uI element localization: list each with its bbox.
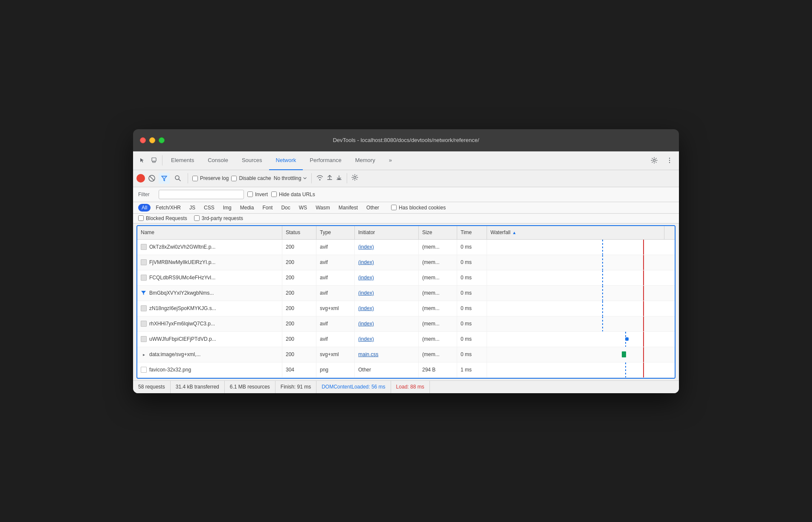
type-filter-all[interactable]: All [138, 204, 151, 212]
content-type: avif [320, 275, 328, 281]
svg-point-2 [653, 160, 655, 162]
content-type: avif [320, 336, 328, 342]
th-time[interactable]: Time [457, 226, 487, 239]
record-button[interactable] [136, 174, 145, 183]
request-name: favicon-32x32.png [149, 367, 191, 373]
type-filter-css[interactable]: CSS [200, 204, 218, 212]
third-party-checkbox[interactable] [194, 215, 200, 221]
th-type[interactable]: Type [316, 226, 355, 239]
status-code: 200 [286, 275, 294, 281]
tab-console[interactable]: Console [201, 151, 235, 170]
table-row[interactable]: zN18ngzI6ejSpoKMYKJG.s... 200 svg+xml (i… [137, 301, 675, 316]
close-button[interactable] [140, 137, 146, 143]
hide-data-urls-label[interactable]: Hide data URLs [271, 191, 315, 197]
initiator-link[interactable]: (index) [358, 259, 374, 265]
initiator-link[interactable]: main.css [358, 351, 378, 357]
td-spacer [664, 255, 675, 270]
search-icon[interactable] [172, 173, 183, 184]
type-filter-media[interactable]: Media [237, 204, 258, 212]
more-options-button[interactable] [664, 154, 676, 166]
preserve-log-checkbox[interactable] [192, 176, 198, 181]
type-filter-doc[interactable]: Doc [278, 204, 293, 212]
tab-sources[interactable]: Sources [235, 151, 269, 170]
tab-memory[interactable]: Memory [348, 151, 382, 170]
content-type: svg+xml [320, 351, 339, 357]
table-row[interactable]: OkTz8xZwi0zVh2GWltnE.p... 200 avif (inde… [137, 240, 675, 255]
maximize-button[interactable] [159, 137, 165, 143]
type-filter-wasm[interactable]: Wasm [312, 204, 334, 212]
blocked-requests-checkbox[interactable] [138, 215, 144, 221]
throttle-dropdown[interactable]: No throttling [274, 175, 307, 181]
table-body: OkTz8xZwi0zVh2GWltnE.p... 200 avif (inde… [137, 240, 675, 378]
type-filter-other[interactable]: Other [363, 204, 383, 212]
status-code: 200 [286, 321, 294, 327]
request-time: 0 ms [461, 321, 472, 327]
request-name: zN18ngzI6ejSpoKMYKJG.s... [149, 305, 216, 311]
table-row[interactable]: FjVMRBNwMyIlkUElRzYI.p... 200 avif (inde… [137, 255, 675, 270]
type-filter-ws[interactable]: WS [296, 204, 310, 212]
network-settings-icon[interactable] [351, 174, 358, 183]
settings-icon-button[interactable] [648, 154, 660, 166]
th-size[interactable]: Size [419, 226, 457, 239]
top-toolbar: Elements Console Sources Network Perform… [133, 151, 679, 170]
type-filter-manifest[interactable]: Manifest [335, 204, 361, 212]
file-icon [141, 305, 147, 311]
request-name: OkTz8xZwi0zVh2GWltnE.p... [149, 244, 215, 250]
waterfall-cell [487, 301, 664, 316]
type-filter-img[interactable]: Img [220, 204, 235, 212]
inspect-element-button[interactable] [148, 154, 160, 166]
tab-performance[interactable]: Performance [303, 151, 348, 170]
th-status[interactable]: Status [282, 226, 316, 239]
tab-elements[interactable]: Elements [164, 151, 201, 170]
type-filter-js[interactable]: JS [186, 204, 199, 212]
initiator-link[interactable]: (index) [358, 321, 374, 327]
waterfall-cell [487, 270, 664, 285]
td-time: 0 ms [457, 240, 487, 255]
hide-data-urls-checkbox[interactable] [271, 191, 277, 197]
table-row[interactable]: ▸ data:image/svg+xml,... 200 svg+xml mai… [137, 347, 675, 362]
request-time: 0 ms [461, 290, 472, 296]
has-blocked-cookies-label[interactable]: Has blocked cookies [391, 205, 446, 211]
table-row[interactable]: FCQLdbRS9UMc4eFHzYvI... 200 avif (index)… [137, 270, 675, 286]
block-requests-icon[interactable] [148, 174, 156, 183]
table-row[interactable]: favicon-32x32.png 304 png Other 294 B 1 … [137, 362, 675, 378]
th-spacer [664, 226, 675, 239]
content-type: svg+xml [320, 305, 339, 311]
disable-cache-label[interactable]: Disable cache [231, 175, 271, 181]
preserve-log-label[interactable]: Preserve log [192, 175, 229, 181]
type-filter-font[interactable]: Font [259, 204, 276, 212]
td-type: png [316, 362, 355, 377]
type-filter-fetch-xhr[interactable]: Fetch/XHR [152, 204, 184, 212]
filter-input[interactable] [159, 190, 244, 199]
invert-label[interactable]: Invert [247, 191, 268, 197]
svg-point-3 [669, 158, 670, 159]
initiator-link[interactable]: (index) [358, 290, 374, 296]
tab-network[interactable]: Network [269, 151, 303, 170]
table-row[interactable]: uWWJfuFbpiClEFjPTdVD.p... 200 avif (inde… [137, 332, 675, 347]
blocked-requests-label[interactable]: Blocked Requests [138, 215, 187, 221]
initiator-link[interactable]: (index) [358, 244, 374, 250]
request-name: FCQLdbRS9UMc4eFHzYvI... [149, 275, 215, 281]
status-code: 200 [286, 336, 294, 342]
table-row[interactable]: BmGbqXVYxIY2kwgbNms... 200 avif (index) … [137, 286, 675, 301]
td-status: 304 [282, 362, 316, 377]
upload-icon[interactable] [326, 174, 333, 183]
th-initiator[interactable]: Initiator [355, 226, 419, 239]
filter-icon[interactable] [159, 173, 170, 184]
has-blocked-cookies-checkbox[interactable] [391, 205, 397, 210]
th-waterfall[interactable]: Waterfall ▲ [487, 226, 664, 239]
resource-size: (mem... [422, 305, 440, 311]
download-icon[interactable] [336, 174, 342, 183]
table-row[interactable]: rhXHHi7yxFm6IqiwQ7C3.p... 200 avif (inde… [137, 316, 675, 332]
cursor-icon-button[interactable] [136, 154, 148, 166]
minimize-button[interactable] [149, 137, 155, 143]
initiator-link[interactable]: (index) [358, 275, 374, 281]
tab-more[interactable]: » [382, 151, 399, 170]
third-party-label[interactable]: 3rd-party requests [194, 215, 243, 221]
invert-checkbox[interactable] [247, 191, 253, 197]
initiator-link[interactable]: (index) [358, 336, 374, 342]
disable-cache-checkbox[interactable] [231, 176, 237, 181]
th-name[interactable]: Name [137, 226, 282, 239]
online-icon [316, 174, 324, 182]
initiator-link[interactable]: (index) [358, 305, 374, 311]
